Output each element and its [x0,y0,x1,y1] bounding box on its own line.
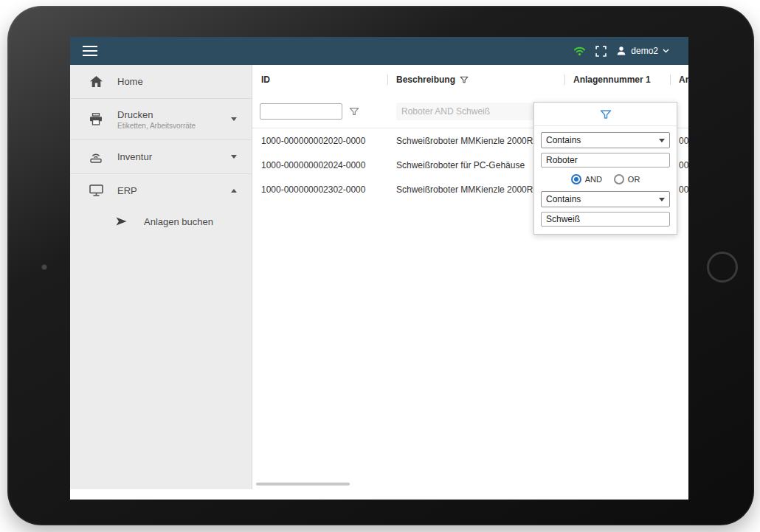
wifi-status-icon [573,46,586,56]
sidebar-item-sublabel: Etiketten, Arbeitsvorräte [117,122,196,130]
select-caret-icon [659,139,665,142]
fullscreen-icon[interactable] [595,46,607,57]
select-caret-icon [659,198,665,201]
app-screen: demo2 Home [70,37,688,500]
sidebar-item-erp[interactable]: ERP [70,174,252,207]
user-menu[interactable]: demo2 [616,46,669,56]
sidebar-item-label: Inventur [117,151,152,162]
operator-select-2-value: Contains [546,194,581,204]
printer-icon [86,113,106,125]
horizontal-scrollbar[interactable] [256,483,350,486]
operator-select-1-value: Contains [546,135,581,145]
funnel-icon-blue [600,108,612,120]
column-header-id[interactable]: ID [252,65,387,94]
logic-radio-group: AND OR [541,172,670,187]
radio-selected-icon [571,174,581,184]
radio-option-or[interactable]: OR [614,174,640,184]
id-filter-funnel-icon[interactable] [349,106,359,117]
sidebar-subitem-anlagen-buchen[interactable]: Anlagen buchen [70,207,252,236]
arrow-right-icon [116,217,131,226]
tablet-camera [41,264,47,270]
table-header-row: ID Beschreibung Anlagennummer 1 Anla [252,65,688,94]
column-header-label: ID [261,75,270,85]
cell-id: 1000-000000002020-0000 [252,136,387,146]
tablet-home-button[interactable] [707,252,738,283]
column-header-label: Anlagennummer 1 [573,75,651,85]
sidebar-item-label: Drucken [117,109,196,120]
monitor-icon [86,184,106,196]
radio-option-and[interactable]: AND [571,174,602,184]
topbar: demo2 [70,37,688,65]
sidebar-item-label: Home [117,76,143,87]
filter-value-input-1[interactable] [541,153,670,167]
sidebar-item-drucken[interactable]: Drucken Etiketten, Arbeitsvorräte [70,99,252,140]
filter-value-input-2[interactable] [541,212,670,227]
caret-up-icon [231,189,237,193]
home-icon [86,75,106,88]
id-filter-input[interactable] [260,103,342,120]
column-header-label: Beschreibung [396,75,455,85]
filter-popup-header [534,103,677,126]
rfid-signal-icon [86,151,106,163]
sidebar-item-inventur[interactable]: Inventur [70,140,252,174]
cell-id: 1000-000000002024-0000 [252,160,387,170]
tablet-frame: demo2 Home [7,6,754,525]
radio-label-or: OR [628,175,640,184]
beschreibung-filter-summary[interactable] [396,103,556,120]
sidebar-subitem-label: Anlagen buchen [144,216,213,227]
sidebar: Home Drucken Etiketten, Arbeitsvorräte [70,65,252,489]
user-icon [616,46,626,56]
radio-label-and: AND [585,175,602,184]
column-header-anlagennummer-1[interactable]: Anlagennummer 1 [564,65,670,94]
topbar-right: demo2 [573,37,669,65]
username-label: demo2 [631,46,658,56]
column-header-label: Anla [679,75,688,85]
operator-select-2[interactable]: Contains [541,191,670,207]
sidebar-item-home[interactable]: Home [70,65,252,99]
caret-down-icon [231,117,237,121]
radio-unselected-icon [614,174,624,184]
filter-funnel-icon[interactable] [460,75,469,84]
operator-select-1[interactable]: Contains [541,132,670,148]
menu-icon[interactable] [83,46,97,56]
column-header-beschreibung[interactable]: Beschreibung [387,65,564,94]
caret-down-icon [231,155,237,159]
filter-popup: Contains AND OR [533,102,677,235]
column-header-anlagennummer-2[interactable]: Anla [670,65,688,94]
chevron-down-icon [663,49,669,53]
cell-id: 1000-000000002302-0000 [252,184,387,195]
sidebar-item-label: ERP [117,185,137,196]
page-background: demo2 Home [0,0,760,532]
table-area: ID Beschreibung Anlagennummer 1 Anla [252,65,688,489]
